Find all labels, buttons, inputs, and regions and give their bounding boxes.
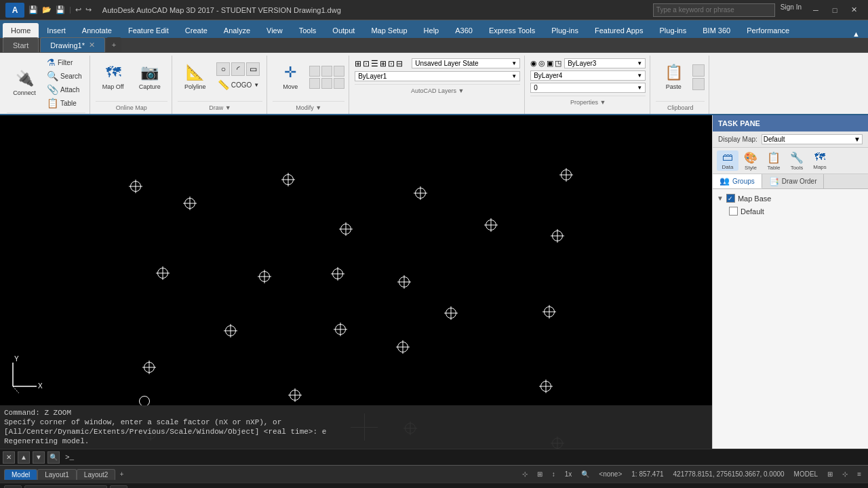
scale-value[interactable]: 1: 857.471: [629, 470, 666, 479]
lineweight-dropdown[interactable]: 0 ▼: [530, 83, 646, 93]
quickaccess-undo[interactable]: ↩: [75, 5, 81, 14]
layer-icon-2[interactable]: ⊡: [363, 59, 370, 68]
layer-icon-5[interactable]: ⊡: [388, 59, 395, 68]
snap-btn[interactable]: ⊹: [840, 470, 850, 479]
tab-feature-edit[interactable]: Feature Edit: [120, 23, 177, 38]
grid-btn[interactable]: ⊞: [825, 470, 835, 479]
grid-icon[interactable]: ⊞: [534, 470, 545, 479]
search-bar[interactable]: 🔍 Type here to search: [24, 485, 107, 489]
tab-tools[interactable]: Tools: [291, 23, 325, 38]
cogo-button[interactable]: 📏 COGO ▼: [214, 78, 262, 92]
ribbon-minimize-btn[interactable]: ▲: [852, 30, 860, 38]
polyline-button[interactable]: 📐 Polyline: [178, 56, 213, 98]
tab-map-setup[interactable]: Map Setup: [363, 23, 415, 38]
tree-row-default[interactable]: Default: [713, 205, 868, 218]
tab-help[interactable]: Help: [416, 23, 448, 38]
tp-draw-order-tab[interactable]: 📑 Draw Order: [762, 174, 825, 188]
tp-table-btn[interactable]: 📋 Table: [763, 150, 785, 171]
display-map-dropdown[interactable]: Default ▼: [762, 134, 863, 144]
layout2-tab[interactable]: Layout2: [77, 469, 116, 480]
tp-maps-btn[interactable]: 🗺 Maps: [809, 150, 831, 171]
tp-tools-btn[interactable]: 🔧 Tools: [786, 150, 808, 171]
bylayer-dropdown-1[interactable]: ByLayer1 ▼: [355, 71, 520, 81]
command-input-field[interactable]: [62, 453, 865, 462]
taskbar-autocad[interactable]: A: [110, 485, 127, 489]
tab-start[interactable]: Start: [3, 37, 39, 52]
cmd-scroll-down-btn[interactable]: ▼: [33, 451, 45, 464]
search-button[interactable]: 🔍 Search: [43, 69, 85, 83]
quickaccess-new[interactable]: 💾: [28, 5, 38, 14]
prop-icon-4[interactable]: ◳: [555, 59, 561, 68]
tab-annotate[interactable]: Annotate: [74, 23, 120, 38]
capture-button[interactable]: 📷 Capture: [132, 56, 167, 98]
layout1-tab[interactable]: Layout1: [37, 469, 77, 480]
drawing-canvas[interactable]: Y X Z? Command: Z ZOOM Specify corner of…: [0, 115, 712, 449]
layer-icon-4[interactable]: ⊞: [380, 59, 387, 68]
coordinates[interactable]: 421778.8151, 2756150.3667, 0.0000: [671, 470, 787, 479]
mod-btn-1[interactable]: [309, 66, 320, 77]
cmd-close-btn[interactable]: ✕: [3, 451, 15, 464]
tab-output[interactable]: Output: [324, 23, 363, 38]
tree-row-mapbase[interactable]: ▼ ✓ Map Base: [713, 192, 868, 205]
tp-style-btn[interactable]: 🎨 Style: [740, 150, 762, 171]
layer-state-dropdown[interactable]: Unsaved Layer State ▼: [412, 58, 520, 68]
tab-plugins[interactable]: Plug-ins: [543, 23, 587, 38]
tab-plugins2[interactable]: Plug-ins: [652, 23, 695, 38]
tab-create[interactable]: Create: [177, 23, 216, 38]
tab-bim360[interactable]: BIM 360: [694, 23, 738, 38]
tree-toggle-mapbase[interactable]: ▼: [717, 195, 724, 202]
minimize-button[interactable]: ─: [807, 3, 825, 17]
bylayer-dropdown-3[interactable]: ByLayer4 ▼: [530, 70, 646, 81]
close-button[interactable]: ✕: [845, 3, 863, 17]
tab-home[interactable]: Home: [3, 23, 39, 38]
zoom-icon[interactable]: 🔍: [578, 470, 592, 479]
prop-icon-3[interactable]: ▣: [547, 59, 553, 68]
tab-close-drawing1[interactable]: ✕: [89, 41, 95, 49]
filter-button[interactable]: ⚗ Filter: [43, 56, 85, 69]
snap-icon[interactable]: ⊹: [519, 470, 530, 479]
tab-featured-apps[interactable]: Featured Apps: [587, 23, 652, 38]
prop-icon-1[interactable]: ◉: [530, 59, 537, 68]
new-tab-button[interactable]: +: [106, 37, 121, 52]
arc-btn[interactable]: ◜: [231, 62, 245, 76]
paste-button[interactable]: 📋 Paste: [656, 56, 691, 98]
none-display[interactable]: <none>: [596, 470, 625, 479]
cmd-scroll-up-btn[interactable]: ▲: [18, 451, 30, 464]
mod-btn-4[interactable]: [309, 78, 320, 89]
start-button[interactable]: ⊞: [4, 485, 22, 489]
layer-icon-3[interactable]: ☰: [371, 59, 378, 68]
tp-groups-tab[interactable]: 👥 Groups: [713, 174, 762, 188]
scale-display[interactable]: 1x: [562, 470, 575, 479]
add-layout-btn[interactable]: +: [115, 469, 127, 480]
move-button[interactable]: ✛ Move: [273, 56, 308, 98]
quickaccess-redo[interactable]: ↪: [85, 5, 92, 14]
cmd-search-btn[interactable]: 🔍: [47, 451, 60, 464]
tab-performance[interactable]: Performance: [738, 23, 797, 38]
mod-btn-5[interactable]: [321, 78, 332, 89]
quickaccess-save[interactable]: 💾: [56, 5, 65, 14]
more-btn[interactable]: ≡: [854, 470, 864, 479]
tab-express-tools[interactable]: Express Tools: [481, 23, 543, 38]
model-tab[interactable]: Model: [4, 469, 37, 480]
tab-insert[interactable]: Insert: [39, 23, 74, 38]
tree-checkbox-mapbase[interactable]: ✓: [726, 194, 735, 203]
tp-data-btn[interactable]: 🗃 Data: [717, 150, 738, 171]
keyword-search-input[interactable]: [653, 3, 775, 17]
mod-btn-6[interactable]: [334, 78, 344, 89]
ortho-icon[interactable]: ↕: [549, 470, 558, 479]
tab-view[interactable]: View: [258, 23, 291, 38]
mod-btn-2[interactable]: [321, 66, 332, 77]
map-off-button[interactable]: 🗺 Map Off: [96, 56, 131, 98]
table-button[interactable]: 📋 Table: [43, 96, 85, 110]
layer-icon-1[interactable]: ⊞: [355, 59, 361, 68]
sign-in-link[interactable]: Sign In: [781, 3, 802, 17]
clip-btn-1[interactable]: [692, 64, 705, 77]
rect-btn[interactable]: ▭: [246, 62, 260, 76]
prop-icon-2[interactable]: ◎: [538, 59, 545, 68]
mod-btn-3[interactable]: [334, 66, 344, 77]
connect-button[interactable]: 🔌 Connect: [7, 62, 42, 104]
circle-btn[interactable]: ○: [216, 62, 230, 76]
clip-btn-2[interactable]: [692, 78, 705, 90]
model-display[interactable]: MODEL: [791, 470, 821, 479]
tab-drawing1[interactable]: Drawing1* ✕: [40, 37, 105, 52]
